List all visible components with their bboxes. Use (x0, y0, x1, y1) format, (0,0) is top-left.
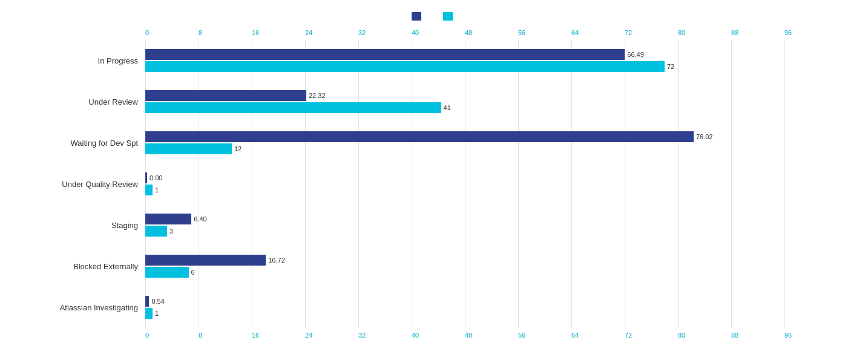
x-tick: 8 (199, 332, 252, 339)
x-tick: 8 (199, 29, 252, 36)
bars-group: 66.4972 (145, 49, 838, 72)
dark-bar (145, 90, 306, 101)
x-tick: 56 (518, 332, 571, 339)
x-tick: 80 (678, 332, 731, 339)
dark-bar-label: 22.32 (309, 92, 326, 99)
cyan-bar (145, 226, 167, 237)
dark-bar-row: 22.32 (145, 90, 838, 101)
cyan-bar-label: 1 (155, 186, 159, 194)
x-tick: 48 (465, 29, 518, 36)
chart-row: In Progress66.4972 (12, 49, 856, 72)
cyan-bar-row: 41 (145, 102, 838, 113)
x-tick: 40 (412, 332, 465, 339)
x-tick: 48 (465, 332, 518, 339)
cyan-bar-label: 3 (169, 227, 173, 235)
dark-bar-label: 66.49 (627, 51, 644, 58)
x-tick: 96 (784, 29, 838, 36)
cyan-bar-label: 1 (155, 310, 159, 317)
cyan-bar-row: 72 (145, 61, 838, 72)
bars-group: 6.403 (145, 214, 838, 237)
dark-bar (145, 172, 147, 183)
x-axis-top: 081624324048566472808896 (145, 29, 838, 36)
dark-bar (145, 214, 191, 224)
dark-bar (145, 255, 266, 266)
chart-inner: 081624324048566472808896 In Progress66.4… (12, 29, 856, 339)
x-tick: 16 (252, 332, 305, 339)
bars-group: 22.3241 (145, 90, 838, 113)
chart-row: Under Quality Review0.001 (12, 172, 856, 195)
x-tick: 0 (145, 332, 199, 339)
chart-row: Blocked Externally16.726 (12, 255, 856, 278)
x-tick: 56 (518, 29, 571, 36)
dark-bar (145, 49, 625, 60)
chart-row: Waiting for Dev Spt76.0212 (12, 131, 856, 154)
chart-row: Atlassian Investigating0.541 (12, 296, 856, 319)
cyan-bar-row: 1 (145, 185, 838, 195)
dark-bar-label: 0.54 (151, 298, 164, 305)
x-tick: 88 (731, 332, 784, 339)
chart-row: Staging6.403 (12, 214, 856, 237)
cyan-bar-label: 72 (667, 63, 674, 70)
x-tick: 96 (784, 332, 838, 339)
dark-bar-label: 76.02 (696, 133, 713, 140)
x-tick: 88 (731, 29, 784, 36)
dark-bar-row: 66.49 (145, 49, 838, 60)
row-label: Blocked Externally (12, 262, 145, 271)
bars-group: 16.726 (145, 255, 838, 278)
x-tick: 0 (145, 29, 199, 36)
dark-bar-row: 6.40 (145, 214, 838, 224)
dark-bar-row: 0.00 (145, 172, 838, 183)
row-label: In Progress (12, 56, 145, 65)
cyan-bar-label: 6 (191, 269, 195, 276)
dark-bar (145, 296, 149, 307)
x-tick: 72 (625, 29, 678, 36)
dark-bar-label: 0.00 (150, 174, 162, 182)
bars-group: 0.541 (145, 296, 838, 319)
cyan-bar (145, 102, 441, 113)
cyan-bar (145, 61, 665, 72)
dark-bar-label: 6.40 (194, 215, 206, 223)
dark-bar (145, 131, 694, 142)
x-tick: 32 (358, 332, 412, 339)
cyan-bar-row: 12 (145, 143, 838, 154)
cyan-bar-row: 1 (145, 308, 838, 319)
row-label: Under Quality Review (12, 180, 145, 189)
x-tick: 24 (305, 29, 358, 36)
x-tick: 24 (305, 332, 358, 339)
chart-row: Under Review22.3241 (12, 90, 856, 113)
chart-container: 081624324048566472808896 In Progress66.4… (0, 0, 868, 363)
cyan-bar (145, 143, 232, 154)
row-label: Staging (12, 221, 145, 230)
dark-bar-label: 16.72 (268, 257, 285, 264)
bars-group: 0.001 (145, 172, 838, 195)
x-tick: 64 (571, 29, 625, 36)
legend-item-dark (412, 12, 425, 21)
legend-swatch-dark (412, 12, 421, 21)
dark-bar-row: 76.02 (145, 131, 838, 142)
row-label: Atlassian Investigating (12, 303, 145, 312)
x-tick: 72 (625, 332, 678, 339)
bars-area: In Progress66.4972Under Review22.3241Wai… (12, 40, 856, 328)
cyan-bar (145, 308, 153, 319)
x-axis-bottom: 081624324048566472808896 (145, 332, 838, 339)
legend-swatch-cyan (443, 12, 453, 21)
x-tick: 32 (358, 29, 412, 36)
dark-bar-row: 16.72 (145, 255, 838, 266)
x-tick: 16 (252, 29, 305, 36)
cyan-bar (145, 185, 153, 195)
cyan-bar-label: 12 (234, 145, 242, 152)
legend-item-cyan (443, 12, 456, 21)
cyan-bar-row: 6 (145, 267, 838, 278)
cyan-bar (145, 267, 189, 278)
legend (12, 12, 856, 21)
x-tick: 64 (571, 332, 625, 339)
bars-group: 76.0212 (145, 131, 838, 154)
row-label: Waiting for Dev Spt (12, 139, 145, 148)
cyan-bar-row: 3 (145, 226, 838, 237)
x-tick: 80 (678, 29, 731, 36)
row-label: Under Review (12, 97, 145, 106)
dark-bar-row: 0.54 (145, 296, 838, 307)
x-tick: 40 (412, 29, 465, 36)
cyan-bar-label: 41 (444, 104, 451, 111)
